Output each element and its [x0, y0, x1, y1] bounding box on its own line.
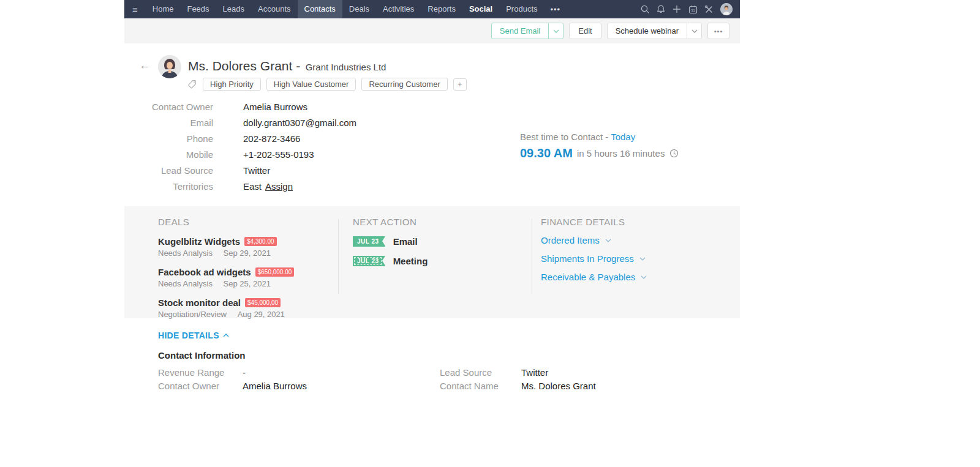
record-action-bar: Send Email Edit Schedule webinar ••• [124, 18, 740, 43]
field-row-lead-source: Lead Source Twitter [440, 367, 596, 381]
column-divider [532, 219, 532, 294]
deal-item[interactable]: Stock monitor deal $45,000,00 Negotiatio… [158, 297, 330, 319]
column-divider [338, 219, 339, 294]
next-action-meeting-link[interactable]: Meeting [393, 256, 428, 266]
field-row-contact-owner: Contact Owner Amelia Burrows [158, 381, 307, 394]
ordered-items-link[interactable]: Ordered Items [541, 235, 725, 245]
top-navigation: ≡ Home Feeds Leads Accounts Contacts Dea… [124, 0, 740, 18]
field-label: Contact Owner [158, 381, 243, 391]
next-action-widget: NEXT ACTION JUL 23 Email JUL 23 Meeting [353, 217, 518, 266]
business-card-band: DEALS Kugelblitz Widgets $4,300.00 Needs… [124, 206, 740, 318]
chevron-down-icon [641, 275, 647, 279]
deal-amount-badge: $4,300.00 [244, 237, 277, 246]
add-tag-button[interactable]: + [453, 78, 467, 91]
send-email-dropdown-caret[interactable] [548, 23, 563, 39]
deal-amount-badge: $45,000,00 [245, 298, 281, 307]
field-row-email: Email dolly.grant0307@gmail.com [124, 118, 356, 133]
calendar-icon[interactable]: 31 [685, 0, 701, 18]
field-value: Amelia Burrows [243, 102, 307, 112]
deal-name[interactable]: Kugelblitz Widgets [158, 236, 240, 247]
deal-date: Aug 29, 2021 [238, 310, 285, 319]
contact-information-left-column: Revenue Range - Contact Owner Amelia Bur… [158, 367, 307, 394]
field-value-email[interactable]: dolly.grant0307@gmail.com [243, 118, 356, 128]
tags-row: High Priority High Value Customer Recurr… [187, 78, 467, 91]
hide-details-toggle[interactable]: HIDE DETAILS [158, 331, 229, 340]
search-icon[interactable] [637, 0, 653, 18]
field-value-phone[interactable]: 202-872-3466 [243, 133, 300, 144]
field-label: Email [124, 118, 213, 128]
send-email-button[interactable]: Send Email [492, 23, 548, 39]
deal-item[interactable]: Kugelblitz Widgets $4,300.00 Needs Analy… [158, 236, 330, 258]
user-avatar[interactable] [720, 3, 733, 15]
field-label: Contact Name [440, 381, 521, 391]
field-row-contact-name: Contact Name Ms. Dolores Grant [440, 381, 596, 394]
contact-company[interactable]: Grant Industries Ltd [306, 62, 386, 72]
deal-name[interactable]: Facebook ad widgets [158, 267, 251, 277]
nav-item-leads[interactable]: Leads [216, 0, 251, 18]
nav-item-reports[interactable]: Reports [421, 0, 462, 18]
field-row-phone: Phone 202-872-3466 [124, 133, 356, 149]
field-value: East [243, 181, 262, 192]
nav-item-home[interactable]: Home [146, 0, 181, 18]
chevron-up-icon [223, 334, 229, 337]
field-value: - [243, 367, 246, 378]
nav-item-deals[interactable]: Deals [342, 0, 376, 18]
svg-text:31: 31 [691, 8, 695, 12]
best-time-day-link[interactable]: Today [611, 132, 635, 142]
notifications-bell-icon[interactable] [653, 0, 669, 18]
field-row-revenue-range: Revenue Range - [158, 367, 307, 381]
nav-item-contacts[interactable]: Contacts [298, 0, 342, 18]
nav-more-icon[interactable]: ••• [545, 5, 567, 14]
next-action-item: JUL 23 Meeting [353, 256, 518, 266]
add-plus-icon[interactable] [669, 0, 685, 18]
next-action-date-badge: JUL 23 [353, 256, 385, 266]
tools-setup-icon[interactable] [701, 0, 717, 18]
edit-button[interactable]: Edit [569, 23, 601, 39]
deal-name[interactable]: Stock monitor deal [158, 297, 241, 308]
schedule-webinar-button[interactable]: Schedule webinar [608, 23, 687, 39]
more-actions-button[interactable]: ••• [707, 23, 729, 39]
best-time-relative: in 5 hours 16 minutes [577, 148, 665, 159]
assign-territory-link[interactable]: Assign [265, 181, 293, 192]
field-value: Ms. Dolores Grant [521, 381, 596, 391]
nav-item-social[interactable]: Social [462, 0, 499, 18]
hamburger-menu-icon[interactable]: ≡ [124, 4, 146, 15]
next-action-date-badge: JUL 23 [353, 236, 385, 247]
nav-item-activities[interactable]: Activities [376, 0, 421, 18]
schedule-webinar-dropdown-caret[interactable] [687, 23, 701, 39]
crm-contact-page: ≡ Home Feeds Leads Accounts Contacts Dea… [0, 0, 980, 467]
field-row-contact-owner: Contact Owner Amelia Burrows [124, 102, 356, 118]
field-row-lead-source: Lead Source Twitter [124, 165, 356, 181]
nav-item-accounts[interactable]: Accounts [251, 0, 297, 18]
field-label: Lead Source [440, 367, 521, 378]
field-value-mobile[interactable]: +1-202-555-0193 [243, 149, 314, 160]
contact-summary-fields: Contact Owner Amelia Burrows Email dolly… [124, 102, 356, 197]
contact-name-heading: Ms. Dolores Grant - [188, 59, 300, 73]
tag-icon [187, 80, 197, 89]
tag-high-value-customer[interactable]: High Value Customer [266, 78, 356, 91]
field-label: Lead Source [124, 165, 213, 176]
deal-date: Sep 29, 2021 [224, 248, 271, 258]
deal-stage: Negotiation/Review [158, 310, 227, 319]
clock-icon[interactable] [669, 149, 679, 158]
contact-title: Ms. Dolores Grant - Grant Industries Ltd [188, 59, 386, 73]
nav-item-feeds[interactable]: Feeds [180, 0, 216, 18]
contact-information-right-column: Lead Source Twitter Contact Name Ms. Dol… [440, 367, 596, 394]
back-arrow-icon[interactable]: ← [139, 59, 151, 72]
next-action-email-link[interactable]: Email [393, 236, 418, 247]
tag-recurring-customer[interactable]: Recurring Customer [361, 78, 447, 91]
nav-item-products[interactable]: Products [499, 0, 544, 18]
field-label: Territories [124, 181, 213, 192]
best-time-to-contact: Best time to Contact - Today 09.30 AM in… [520, 132, 679, 160]
receivable-payables-link[interactable]: Receivable & Payables [541, 272, 725, 282]
contact-photo[interactable] [158, 55, 181, 78]
send-email-split-button: Send Email [491, 23, 564, 39]
finance-details-widget: FINANCE DETAILS Ordered Items Shipments … [541, 217, 725, 282]
best-time-value: 09.30 AM [520, 146, 573, 160]
deal-stage: Needs Analysis [158, 279, 213, 288]
tag-high-priority[interactable]: High Priority [203, 78, 261, 91]
shipments-in-progress-link[interactable]: Shipments In Progress [541, 253, 725, 264]
deal-item[interactable]: Facebook ad widgets $650,000.00 Needs An… [158, 267, 330, 288]
deals-title: DEALS [158, 217, 330, 227]
next-action-item: JUL 23 Email [353, 236, 518, 247]
